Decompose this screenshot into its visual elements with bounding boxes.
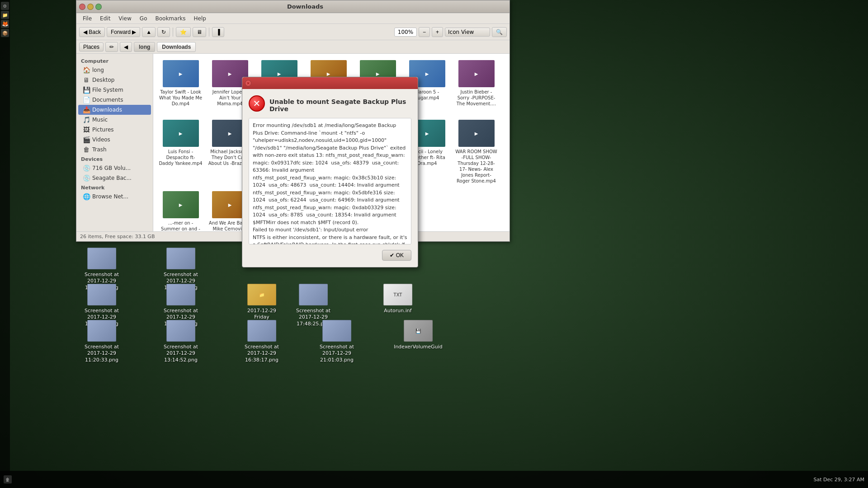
menu-edit[interactable]: Edit — [96, 14, 114, 23]
sidebar-icon: 🌐 — [83, 193, 90, 200]
desktop-file-thumbnail — [166, 284, 195, 305]
sidebar-item-label: Videos — [92, 136, 110, 143]
desktop-file-thumbnail: 📁 — [247, 284, 276, 305]
sidebar-icon: 💿 — [83, 164, 90, 172]
sidebar-item-716-gb-volu---[interactable]: 💿716 GB Volu... — [78, 163, 151, 173]
desktop-file-7[interactable]: Screenshot at 2017-12-29 16:38:17.png — [241, 320, 282, 364]
error-dialog[interactable]: × ✕ Unable to mount Seagate Backup Plus … — [242, 77, 418, 267]
dialog-ok-button[interactable]: ✔ OK — [382, 250, 411, 261]
new-folder-btn[interactable]: ✏ — [105, 42, 118, 52]
sidebar-item-videos[interactable]: 🎬Videos — [78, 135, 151, 145]
file-thumbnail: ▶ — [163, 60, 199, 87]
dialog-body: ✕ Unable to mount Seagate Backup Plus Dr… — [242, 89, 418, 267]
breadcrumb-downloads[interactable]: Downloads — [157, 42, 196, 52]
sidebar-item-desktop[interactable]: 🖥Desktop — [78, 75, 151, 85]
sidebar-item-file-system[interactable]: 💾File System — [78, 85, 151, 95]
file-thumbnail: ▶ — [458, 120, 495, 147]
sidebar-item-label: Music — [92, 117, 108, 123]
sidebar-item-browse-net---[interactable]: 🌐Browse Net... — [78, 192, 151, 202]
dialog-close-btn[interactable]: × — [245, 80, 251, 86]
datetime-text: Sat Dec 29, 3:27 AM — [813, 477, 864, 483]
file-item[interactable]: ▶WAR ROOM SHOW -FULL SHOW- Thursday 12-2… — [453, 117, 500, 187]
window-title: Downloads — [104, 3, 507, 10]
sidebar-item-label: Browse Net... — [92, 193, 128, 200]
sidebar-item-label: Desktop — [92, 77, 115, 83]
reload-button[interactable]: ↻ — [157, 27, 170, 37]
desktop-file-10[interactable]: TXTAutorun.inf — [377, 284, 418, 315]
toggle-sidebar-button[interactable]: ▐ — [212, 27, 224, 37]
sidebar-item-trash[interactable]: 🗑Trash — [78, 145, 151, 155]
menubar: File Edit View Go Bookmarks Help — [76, 13, 509, 24]
dialog-titlebar: × — [242, 77, 418, 89]
desktop-file-thumbnail — [166, 248, 195, 269]
forward-button[interactable]: Forward ▶ — [107, 27, 140, 37]
zoom-in-btn[interactable]: + — [432, 27, 443, 37]
desktop-file-thumbnail — [87, 284, 116, 305]
file-thumbnail: ▶ — [458, 60, 495, 87]
toolbar-sep-1 — [173, 28, 173, 37]
sidebar-icon: 🎵 — [83, 116, 90, 123]
sidebar-item-pictures[interactable]: 🖼Pictures — [78, 125, 151, 135]
up-button[interactable]: ▲ — [142, 27, 156, 37]
open-terminal-button[interactable]: 🖥 — [193, 27, 206, 37]
desktop-file-thumbnail — [247, 320, 276, 342]
menu-go[interactable]: Go — [136, 14, 151, 23]
places-button[interactable]: Places — [79, 42, 104, 52]
search-button[interactable]: 🔍 — [492, 27, 507, 37]
file-label: Justin Bieber - Sorry -PURPOSE- The Move… — [454, 89, 498, 107]
sidebar-icon: 🖼 — [83, 126, 90, 133]
menu-help[interactable]: Help — [190, 14, 210, 23]
bookmark-button[interactable]: ⭐ — [176, 27, 191, 37]
window-close-btn[interactable] — [79, 4, 85, 10]
window-min-btn[interactable] — [87, 4, 94, 10]
taskbar-icon-firefox[interactable]: 🦊 — [1, 20, 9, 28]
sidebar-item-seagate-bac---[interactable]: 💿Seagate Bac... — [78, 173, 151, 183]
file-manager-titlebar: Downloads — [76, 0, 509, 13]
desktop-file-label: Screenshot at 2017-12-29 16:38:17.png — [241, 343, 282, 364]
menu-bookmarks[interactable]: Bookmarks — [151, 14, 189, 23]
sidebar-item-documents[interactable]: 📄Documents — [78, 95, 151, 105]
sidebar-item-label: Seagate Bac... — [92, 175, 132, 181]
dialog-header: ✕ Unable to mount Seagate Backup Plus Dr… — [249, 95, 411, 113]
back-button[interactable]: ◀ Back — [79, 27, 105, 37]
sidebar-item-label: Downloads — [92, 107, 122, 113]
file-item[interactable]: ▶Luis Fonsi - Despacito ft- Daddy Yankee… — [157, 117, 204, 187]
sidebar-section-computer: Computer — [76, 56, 153, 65]
desktop-file-label: Screenshot at 2017-12-29 13:14:52.png — [160, 343, 201, 364]
taskbar-datetime: Sat Dec 29, 3:27 AM — [813, 477, 864, 483]
desktop-file-9[interactable]: Screenshot at 2017-12-29 21:01:03.png — [316, 320, 357, 364]
view-select[interactable]: Icon View — [445, 28, 490, 37]
taskbar-bottom-icon-1[interactable]: 🗑 — [4, 475, 12, 483]
taskbar-icon-3[interactable]: 📦 — [1, 29, 9, 37]
menu-file[interactable]: File — [79, 14, 95, 23]
desktop-file-11[interactable]: 💾IndexerVolumeGuid — [398, 320, 439, 351]
sidebar: Computer🏠long🖥Desktop💾File System📄Docume… — [76, 54, 153, 231]
sidebar-icon: 📄 — [83, 96, 90, 103]
taskbar-icon-2[interactable]: 📁 — [1, 11, 9, 19]
sidebar-item-downloads[interactable]: 📥Downloads — [78, 105, 151, 115]
file-item[interactable]: ▶Taylor Swift - Look What You Made Me Do… — [157, 57, 204, 115]
statusbar-text: 26 items, Free space: 33.1 GB — [80, 234, 155, 239]
file-item[interactable]: ▶...-mer on - Summer on and - Dance-Wha.… — [157, 188, 204, 231]
breadcrumb-long[interactable]: long — [134, 42, 155, 52]
desktop-file-label: Screenshot at 2017-12-29 11:20:33.png — [81, 343, 122, 364]
zoom-out-btn[interactable]: − — [419, 27, 430, 37]
location-bar: Places ✏ ◀ long Downloads — [76, 40, 509, 54]
breadcrumb-arrow-left[interactable]: ◀ — [120, 42, 132, 52]
dialog-title: Unable to mount Seagate Backup Plus Driv… — [269, 95, 411, 113]
sidebar-item-label: Documents — [92, 97, 123, 103]
dialog-message: Error mounting /dev/sdb1 at /media/long/… — [249, 118, 411, 244]
desktop-file-4[interactable]: Screenshot at 2017-12-29 11:20:33.png — [81, 320, 122, 364]
file-item[interactable]: ▶Justin Bieber - Sorry -PURPOSE- The Mov… — [453, 57, 500, 115]
sidebar-item-label: 716 GB Volu... — [92, 165, 131, 171]
sidebar-section-devices: Devices — [76, 155, 153, 163]
sidebar-item-music[interactable]: 🎵Music — [78, 115, 151, 125]
file-label: ...-mer on - Summer on and - Dance-Wha..… — [159, 220, 203, 231]
taskbar-icon-1[interactable]: ⚙ — [1, 2, 9, 10]
sidebar-item-label: Pictures — [92, 127, 114, 133]
desktop-file-5[interactable]: Screenshot at 2017-12-29 13:14:52.png — [160, 320, 201, 364]
menu-view[interactable]: View — [115, 14, 135, 23]
desktop-file-thumbnail — [322, 320, 351, 342]
window-max-btn[interactable] — [95, 4, 102, 10]
sidebar-item-long[interactable]: 🏠long — [78, 65, 151, 75]
